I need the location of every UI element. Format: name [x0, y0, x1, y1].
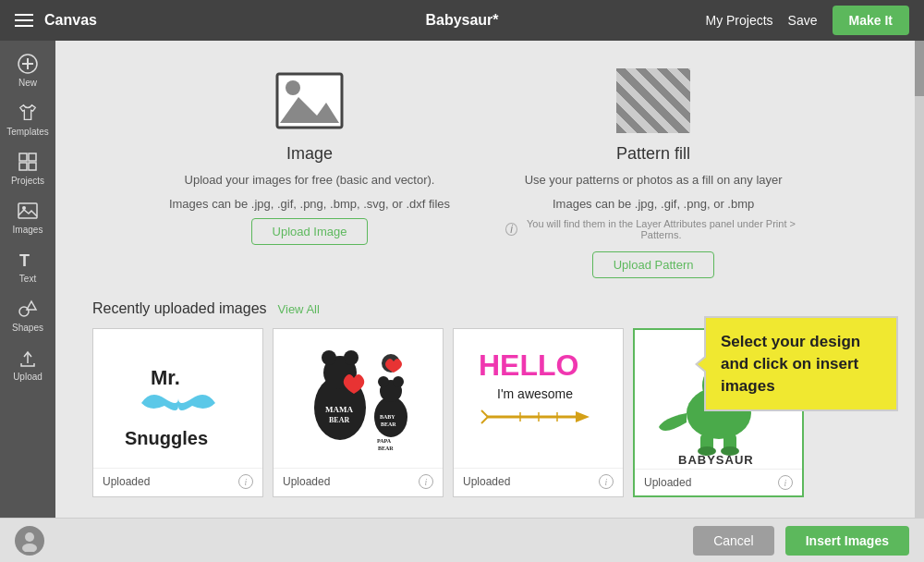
thumbnail-2-footer: Uploaded i	[274, 468, 443, 495]
thumbnail-2-info[interactable]: i	[419, 474, 433, 489]
recently-uploaded-header: Recently uploaded images View All	[92, 300, 878, 317]
sidebar-item-new[interactable]: New	[0, 48, 55, 93]
thumbnail-2[interactable]: MAMA BEAR BABY BEAR PAPA	[273, 328, 444, 497]
svg-point-56	[22, 544, 37, 552]
thumbnail-1-label: Uploaded	[103, 475, 150, 488]
svg-text:T: T	[19, 251, 30, 270]
svg-text:BEAR: BEAR	[381, 422, 396, 427]
image-sidebar-icon	[17, 201, 39, 223]
svg-text:BEAR: BEAR	[329, 416, 349, 424]
svg-text:BABY: BABY	[380, 414, 395, 420]
shirt-icon	[17, 103, 39, 125]
plus-icon	[17, 54, 39, 76]
thumbnail-1[interactable]: Mr. Snuggles Uploaded i	[92, 328, 263, 497]
svg-text:Mr.: Mr.	[151, 366, 180, 389]
my-projects-link[interactable]: My Projects	[705, 13, 772, 28]
svg-rect-6	[29, 163, 36, 170]
callout-text: Select your design and click on insert i…	[721, 333, 860, 395]
upload-pattern-button[interactable]: Upload Pattern	[592, 251, 715, 278]
sidebar-label-shapes: Shapes	[12, 323, 43, 333]
thumbnail-3-image: HELLO I'm awesome	[454, 329, 623, 468]
pattern-card-desc1: Use your patterns or photos as a fill on…	[525, 171, 783, 189]
thumbnail-2-image: MAMA BEAR BABY BEAR PAPA	[274, 329, 443, 468]
svg-rect-5	[19, 163, 27, 170]
bottom-bar: Cancel Insert Images	[0, 518, 924, 562]
recently-uploaded-title: Recently uploaded images	[92, 300, 267, 317]
image-upload-card: Image Upload your images for free (basic…	[169, 68, 450, 278]
text-icon: T	[17, 250, 39, 272]
make-it-button[interactable]: Make It	[833, 6, 909, 35]
sidebar-item-text[interactable]: T Text	[0, 244, 55, 289]
callout-tooltip: Select your design and click on insert i…	[704, 316, 898, 411]
thumbnail-4-info[interactable]: i	[778, 475, 793, 490]
content-area: Image Upload your images for free (basic…	[55, 41, 915, 518]
svg-point-55	[25, 532, 34, 542]
sidebar-label-new: New	[18, 78, 37, 88]
upload-options-grid: Image Upload your images for free (basic…	[92, 68, 878, 278]
sidebar-label-images: Images	[13, 225, 43, 235]
svg-text:PAPA: PAPA	[377, 438, 392, 444]
header: Canvas Babysaur* My Projects Save Make I…	[0, 0, 924, 41]
sidebar-label-text: Text	[19, 274, 36, 284]
svg-text:I'm awesome: I'm awesome	[497, 386, 573, 401]
image-card-title: Image	[286, 144, 333, 164]
sidebar-label-projects: Projects	[11, 176, 44, 186]
menu-icon[interactable]	[15, 14, 33, 27]
svg-point-26	[378, 376, 389, 387]
thumbnail-1-image: Mr. Snuggles	[93, 329, 262, 468]
svg-text:Snuggles: Snuggles	[125, 428, 208, 448]
svg-point-14	[286, 80, 300, 95]
thumbnail-1-footer: Uploaded i	[93, 468, 262, 495]
view-all-link[interactable]: View All	[278, 302, 320, 316]
svg-text:MAMA: MAMA	[325, 405, 353, 414]
user-avatar	[15, 526, 44, 556]
sidebar-item-upload[interactable]: Upload	[0, 342, 55, 387]
image-card-desc1: Upload your images for free (basic and v…	[185, 171, 435, 189]
pattern-upload-icon	[616, 68, 690, 133]
thumbnail-4-footer: Uploaded i	[635, 469, 802, 495]
sidebar-label-upload: Upload	[13, 372, 43, 382]
insert-images-button[interactable]: Insert Images	[785, 526, 909, 556]
header-right: My Projects Save Make It	[705, 6, 909, 35]
sidebar-label-templates: Templates	[6, 127, 49, 137]
svg-point-27	[393, 376, 404, 387]
thumbnail-3[interactable]: HELLO I'm awesome Uploaded	[453, 328, 624, 497]
svg-point-20	[322, 350, 336, 365]
upload-image-button[interactable]: Upload Image	[251, 218, 369, 245]
svg-rect-7	[18, 203, 37, 218]
thumbnail-4-label: Uploaded	[644, 476, 691, 489]
svg-marker-36	[576, 411, 590, 422]
thumbnail-3-footer: Uploaded i	[454, 468, 623, 495]
sidebar-item-shapes[interactable]: Shapes	[0, 293, 55, 338]
svg-text:HELLO: HELLO	[479, 348, 578, 382]
svg-rect-4	[29, 153, 36, 161]
main-layout: New Templates Projects	[0, 41, 924, 518]
thumbnail-3-info[interactable]: i	[599, 474, 614, 489]
pattern-info-text: i You will find them in the Layer Attrib…	[505, 218, 801, 240]
svg-line-38	[481, 417, 488, 423]
scrollbar-track[interactable]	[915, 41, 924, 518]
thumbnail-3-label: Uploaded	[463, 475, 510, 488]
scrollbar-thumb[interactable]	[915, 41, 924, 96]
sidebar: New Templates Projects	[0, 41, 55, 518]
grid-icon	[17, 152, 39, 174]
upload-icon	[17, 348, 39, 370]
svg-marker-11	[27, 301, 36, 310]
svg-rect-3	[19, 153, 27, 161]
image-upload-icon	[273, 68, 346, 133]
pattern-card-desc2: Images can be .jpg, .gif, .png, or .bmp	[553, 195, 754, 214]
svg-point-21	[344, 350, 359, 365]
thumbnail-2-label: Uploaded	[283, 475, 330, 488]
shapes-icon	[17, 299, 39, 321]
save-link[interactable]: Save	[788, 13, 818, 28]
app-title: Canvas	[44, 12, 97, 29]
sidebar-item-projects[interactable]: Projects	[0, 146, 55, 191]
sidebar-item-templates[interactable]: Templates	[0, 97, 55, 142]
project-title: Babysaur*	[425, 12, 498, 29]
thumbnail-1-info[interactable]: i	[238, 474, 253, 489]
image-card-desc2: Images can be .jpg, .gif, .png, .bmp, .s…	[169, 195, 450, 214]
pattern-card-title: Pattern fill	[616, 144, 690, 164]
cancel-button[interactable]: Cancel	[693, 526, 774, 556]
svg-text:BEAR: BEAR	[378, 446, 394, 451]
sidebar-item-images[interactable]: Images	[0, 195, 55, 240]
